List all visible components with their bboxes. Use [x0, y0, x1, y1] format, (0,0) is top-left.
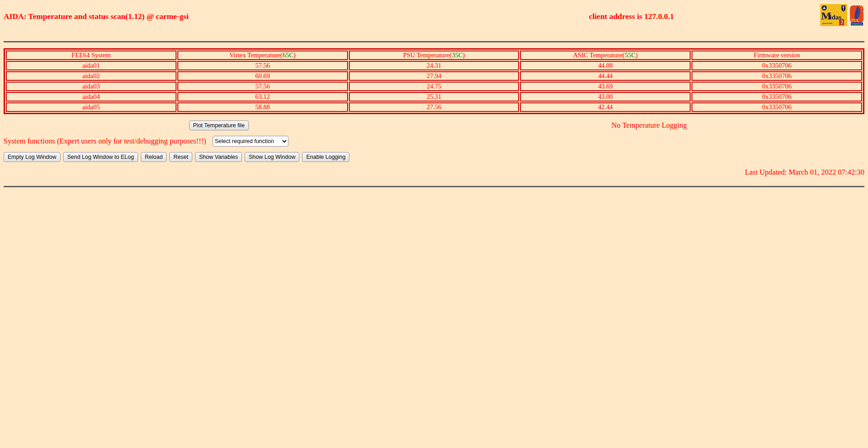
page-header: AIDA: Temperature and status scan(1.12) … [4, 4, 864, 26]
plot-button-cell: Plot Temperature file [4, 120, 434, 130]
tcl-logo-label: TCL [851, 18, 859, 23]
midas-powered-by-label: powered by [822, 22, 833, 24]
system-name-cell: aida05 [6, 102, 176, 112]
asic-temp-cell: 43.00 [520, 92, 691, 102]
psu-temp-cell: 24.75 [349, 82, 520, 91]
bottom-divider [4, 186, 864, 188]
asic-temp-cell: 44.88 [520, 61, 691, 70]
table-row: aida0260.6927.9444.440x3350706 [6, 71, 862, 81]
firmware-cell: 0x3350706 [692, 102, 862, 112]
firmware-cell: 0x3350706 [692, 71, 862, 81]
asic-temp-cell: 44.44 [520, 71, 691, 81]
virtex-temp-cell: 57.56 [177, 82, 348, 91]
empty-log-window-button[interactable]: Empty Log Window [4, 152, 60, 162]
system-name-cell: aida03 [6, 82, 176, 91]
last-updated-row: Last Updated: March 01, 2022 07:42:30 [4, 168, 864, 177]
virtex-temp-cell: 63.12 [177, 92, 348, 102]
asic-temp-cell: 43.69 [520, 82, 691, 91]
column-header: PSU Temperature(35C) [349, 51, 520, 60]
firmware-cell: 0x3350706 [692, 92, 862, 102]
send-log-window-to-elog-button[interactable]: Send Log Window to ELog [63, 152, 138, 162]
asic-temp-cell: 42.44 [520, 102, 691, 112]
firmware-cell: 0x3350706 [692, 82, 862, 91]
client-address: client address is 127.0.0.1 [443, 12, 820, 21]
plot-temperature-file-button[interactable]: Plot Temperature file [189, 120, 249, 130]
logging-status: No Temperature Logging [612, 121, 687, 129]
table-row: aida0357.5624.7543.690x3350706 [6, 82, 862, 91]
enable-logging-button[interactable]: Enable Logging [302, 152, 349, 162]
psu-temp-cell: 27.94 [349, 71, 520, 81]
virtex-temp-cell: 58.88 [177, 102, 348, 112]
log-buttons-row: Empty Log WindowSend Log Window to ELogR… [4, 152, 864, 162]
column-header: FEE64 System [6, 51, 176, 60]
table-header-row: FEE64 SystemVirtex Temperature(65C)PSU T… [6, 51, 862, 60]
column-header: ASIC Temperature(55C) [520, 51, 691, 60]
reload-button[interactable]: Reload [141, 152, 167, 162]
system-name-cell: aida02 [6, 71, 176, 81]
system-functions-row: System functions (Expert users only for … [4, 136, 864, 147]
top-divider [4, 41, 864, 43]
logo-group: M idas powered by [820, 4, 864, 26]
virtex-temp-cell: 57.56 [177, 61, 348, 70]
last-updated: Last Updated: March 01, 2022 07:42:30 [745, 168, 864, 176]
system-name-cell: aida04 [6, 92, 176, 102]
temperature-table: FEE64 SystemVirtex Temperature(65C)PSU T… [4, 48, 864, 114]
virtex-temp-cell: 60.69 [177, 71, 348, 81]
tcl-powered-label: POWERED [851, 23, 862, 25]
table-row: aida0157.5624.3144.880x3350706 [6, 61, 862, 70]
table-row: aida0558.8827.5642.440x3350706 [6, 102, 862, 112]
column-header: Virtex Temperature(65C) [177, 51, 348, 60]
show-log-window-button[interactable]: Show Log Window [245, 152, 300, 162]
firmware-cell: 0x3350706 [692, 61, 862, 70]
column-header: Firmware version [692, 51, 862, 60]
function-select[interactable]: Select required function [213, 136, 288, 147]
midas-badge-icon [839, 19, 844, 25]
show-variables-button[interactable]: Show Variables [195, 152, 242, 162]
reset-button[interactable]: Reset [169, 152, 192, 162]
system-functions-label: System functions (Expert users only for … [4, 137, 206, 146]
page-title: AIDA: Temperature and status scan(1.12) … [4, 12, 443, 21]
aida-status-page: AIDA: Temperature and status scan(1.12) … [0, 0, 868, 444]
psu-temp-cell: 27.56 [349, 102, 520, 112]
table-row: aida0463.1225.3143.000x3350706 [6, 92, 862, 102]
midas-logo[interactable]: M idas powered by [820, 4, 847, 26]
system-name-cell: aida01 [6, 61, 176, 70]
tcl-logo[interactable]: TCL POWERED [849, 4, 864, 26]
actions-row: Plot Temperature file No Temperature Log… [4, 120, 864, 130]
psu-temp-cell: 24.31 [349, 61, 520, 70]
psu-temp-cell: 25.31 [349, 92, 520, 102]
